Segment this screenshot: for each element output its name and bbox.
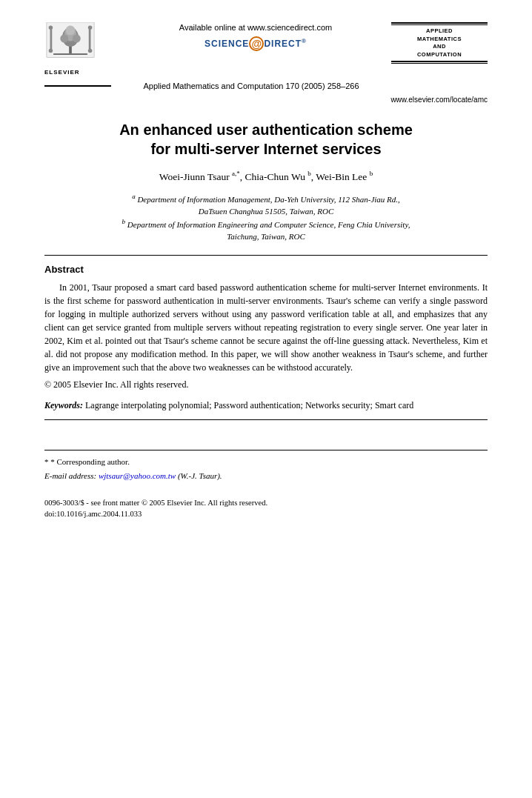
bottom-info: 0096-3003/$ - see front matter © 2005 El…: [44, 497, 488, 521]
bottom-line2: doi:10.1016/j.amc.2004.11.033: [44, 508, 488, 520]
keywords-section: Keywords: Lagrange interpolating polynom…: [44, 399, 488, 412]
svg-point-5: [73, 35, 81, 43]
corresponding-author: * * Corresponding author.: [44, 456, 488, 468]
article-title: An enhanced user authentication scheme f…: [44, 120, 488, 159]
affiliations: a Department of Information Management, …: [44, 192, 488, 243]
authors: Woei-Jiunn Tsaur a,*, Chia-Chun Wu b, We…: [44, 169, 488, 184]
svg-point-10: [49, 26, 53, 30]
copyright-text: © 2005 Elsevier Inc. All rights reserved…: [44, 379, 488, 391]
at-icon: @: [249, 36, 264, 51]
svg-point-13: [88, 49, 93, 53]
header-top-line: [391, 22, 488, 24]
email-footnote: E-mail address: wjtsaur@yahoo.com.tw (W.…: [44, 471, 488, 482]
abstract-body: In 2001, Tsaur proposed a smart card bas…: [44, 281, 488, 374]
journal-info: Applied Mathematics and Computation 170 …: [143, 81, 359, 92]
bottom-line1: 0096-3003/$ - see front matter © 2005 El…: [44, 497, 488, 509]
header-second-line: [391, 24, 488, 25]
abstract-divider-bottom: [44, 419, 488, 420]
elsevier-tree-icon: [44, 22, 96, 63]
abstract-divider-top: [44, 255, 488, 256]
svg-rect-7: [53, 53, 87, 55]
svg-point-4: [60, 35, 68, 43]
abstract-heading: Abstract: [44, 263, 488, 276]
header-bottom-line: [391, 61, 488, 62]
svg-point-11: [88, 26, 93, 30]
svg-point-12: [49, 49, 53, 53]
svg-point-6: [66, 26, 76, 36]
sciencedirect-logo: science @ DIRECT®: [205, 36, 307, 51]
footnotes-section: * * Corresponding author. E-mail address…: [44, 450, 488, 482]
elsevier-wordmark: ELSEVIER: [44, 68, 111, 76]
right-header: APPLIED MATHEMATICS AND COMPUTATION: [391, 22, 488, 66]
header: ELSEVIER Available online at www.science…: [44, 22, 488, 105]
main-content: An enhanced user authentication scheme f…: [44, 120, 488, 520]
abstract-section: Abstract In 2001, Tsaur proposed a smart…: [44, 263, 488, 391]
available-online-text: Available online at www.sciencedirect.co…: [179, 22, 332, 33]
science-text: science: [205, 38, 249, 50]
journal-url: www.elsevier.com/locate/amc: [390, 95, 488, 105]
svg-rect-8: [50, 29, 53, 50]
svg-rect-9: [89, 29, 91, 50]
keywords-text: Keywords: Lagrange interpolating polynom…: [44, 399, 488, 412]
keywords-label: Keywords:: [44, 400, 83, 410]
center-header: Available online at www.sciencedirect.co…: [127, 22, 384, 53]
keywords-values: Lagrange interpolating polynomial; Passw…: [85, 400, 413, 410]
email-link[interactable]: wjtsaur@yahoo.com.tw: [99, 471, 176, 480]
elsevier-logo: ELSEVIER: [44, 22, 111, 76]
page: ELSEVIER Available online at www.science…: [0, 0, 532, 798]
journal-abbreviation: APPLIED MATHEMATICS AND COMPUTATION: [391, 27, 488, 59]
header-bottom-line2: [391, 63, 488, 64]
direct-text: DIRECT®: [264, 37, 307, 50]
